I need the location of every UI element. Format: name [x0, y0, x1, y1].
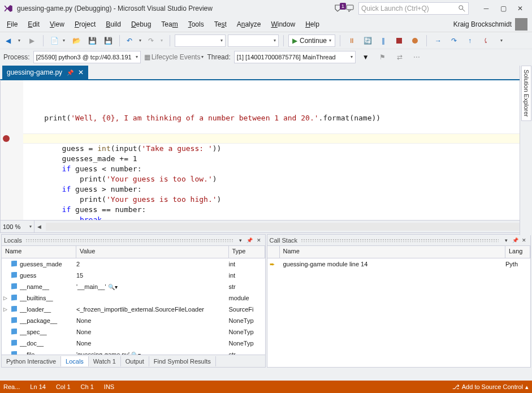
locals-col-name[interactable]: Name: [2, 246, 76, 258]
table-row[interactable]: guesses_made2int: [2, 258, 265, 270]
thread-combo[interactable]: [1] [140017000875776] MainThread▾: [234, 51, 356, 63]
code-area[interactable]: print('Well, {0}, I am thinking of a num…: [23, 80, 531, 220]
minimize-button[interactable]: ─: [478, 2, 495, 15]
feedback-icon[interactable]: [346, 4, 355, 13]
stop-button[interactable]: [392, 34, 406, 47]
break-all-button[interactable]: ⏸: [345, 34, 358, 47]
table-row[interactable]: __file__'guessing-game.py' 🔍▾str: [2, 349, 265, 355]
table-row[interactable]: __doc__NoneNoneTyp: [2, 338, 265, 349]
close-tab-icon[interactable]: ✕: [78, 68, 84, 76]
locals-col-value[interactable]: Value: [76, 246, 229, 258]
menu-team[interactable]: Team: [157, 19, 182, 30]
lifecycle-events-button[interactable]: ▦ Lifecycle Events ▾: [144, 53, 204, 61]
save-button[interactable]: 💾: [85, 34, 99, 47]
callstack-grid-body[interactable]: ➨guessing-game module line 14Pyth: [267, 258, 531, 367]
notifications-flag-icon[interactable]: 1: [334, 4, 343, 13]
locals-grid-body[interactable]: guesses_made2intguess15int__name__'__mai…: [2, 258, 265, 355]
restart-button[interactable]: [408, 34, 422, 47]
process-label: Process:: [3, 53, 30, 61]
code-editor[interactable]: print('Well, {0}, I am thinking of a num…: [0, 79, 532, 221]
signed-in-user[interactable]: Kraig Brockschmidt: [453, 20, 512, 28]
step-over-button[interactable]: ↷: [447, 34, 461, 47]
editor-gutter[interactable]: [1, 80, 23, 220]
breakpoint-icon[interactable]: [3, 135, 10, 142]
tab-output[interactable]: Output: [121, 356, 149, 366]
quick-launch-input[interactable]: Quick Launch (Ctrl+Q): [358, 2, 469, 15]
maximize-button[interactable]: ▢: [495, 2, 512, 15]
window-title: guessing-game.py (Debugging) - Microsoft…: [17, 5, 213, 12]
tab-find-symbol[interactable]: Find Symbol Results: [149, 356, 216, 366]
step-out-button[interactable]: ↑: [463, 34, 477, 47]
locals-panel: Locals ▾ 📌 ✕ Name Value Type guesses_mad…: [1, 234, 266, 368]
refresh-button[interactable]: 🔄: [361, 34, 374, 47]
horizontal-scrollbar[interactable]: [46, 223, 520, 231]
panel-pin-icon[interactable]: 📌: [246, 236, 254, 244]
menu-analyze[interactable]: Analyze: [232, 19, 266, 30]
platform-combo[interactable]: ▾: [228, 34, 279, 47]
table-row[interactable]: guess15int: [2, 270, 265, 281]
panel-pin-icon[interactable]: 📌: [511, 236, 519, 244]
menu-tools[interactable]: Tools: [184, 19, 209, 30]
menu-test[interactable]: Test: [210, 19, 231, 30]
tab-locals[interactable]: Locals: [61, 356, 89, 366]
tab-python-interactive[interactable]: Python Interactive: [2, 356, 61, 366]
locals-col-type[interactable]: Type: [229, 246, 265, 258]
thread-flag-button[interactable]: ⚑: [376, 50, 390, 64]
source-control-icon: ⎇: [452, 383, 460, 391]
process-combo[interactable]: [25590] python3 @ tcp://40.83.191▾: [33, 51, 141, 63]
document-tab[interactable]: guessing-game.py 📌 ✕: [2, 66, 88, 79]
pin-icon[interactable]: 📌: [67, 70, 73, 76]
panel-dropdown-icon[interactable]: ▾: [237, 236, 245, 244]
table-row[interactable]: ➨guessing-game module line 14Pyth: [267, 258, 531, 270]
table-row[interactable]: __name__'__main__' 🔍▾str: [2, 281, 265, 292]
callstack-col-name[interactable]: Name: [280, 246, 506, 258]
chevron-up-icon: ▴: [525, 383, 529, 391]
config-combo[interactable]: ▾: [175, 34, 226, 47]
table-row[interactable]: __package__NoneNoneTyp: [2, 315, 265, 326]
debug-location-toolbar: Process: [25590] python3 @ tcp://40.83.1…: [0, 49, 532, 64]
run-to-cursor-button[interactable]: ⤹: [479, 34, 492, 47]
callstack-col-lang[interactable]: Lang: [505, 246, 530, 258]
continue-button[interactable]: ▶ Continue ▾: [288, 34, 335, 47]
zoom-level-combo[interactable]: 100 %▾: [1, 221, 34, 232]
menu-file[interactable]: File: [2, 19, 22, 30]
add-source-control-button[interactable]: ⎇ Add to Source Control ▴: [452, 383, 529, 391]
hscroll-left[interactable]: ◀: [34, 222, 44, 231]
menu-debug[interactable]: Debug: [127, 19, 155, 30]
status-ins: INS: [104, 383, 114, 390]
new-project-button[interactable]: 📄▾: [48, 34, 67, 47]
table-row[interactable]: ▷__builtins__module: [2, 292, 265, 304]
menu-bar: File Edit View Project Build Debug Team …: [0, 17, 532, 32]
table-row[interactable]: __spec__NoneNoneTyp: [2, 326, 265, 338]
undo-button[interactable]: ↶▾: [124, 34, 144, 47]
menu-help[interactable]: Help: [301, 19, 324, 30]
menu-view[interactable]: View: [45, 19, 69, 30]
tab-watch1[interactable]: Watch 1: [89, 356, 121, 366]
save-all-button[interactable]: 💾: [101, 34, 115, 47]
panel-close-icon[interactable]: ✕: [255, 236, 263, 244]
menu-project[interactable]: Project: [70, 19, 100, 30]
thread-filter-button[interactable]: ▼: [359, 50, 373, 64]
panel-dropdown-icon[interactable]: ▾: [502, 236, 510, 244]
redo-button[interactable]: ↷▾: [146, 34, 165, 47]
callstack-title: Call Stack: [270, 237, 298, 244]
magnifier-icon[interactable]: 🔍▾: [108, 284, 118, 290]
close-button[interactable]: ✕: [512, 2, 529, 15]
open-file-button[interactable]: 📂: [70, 34, 83, 47]
menu-edit[interactable]: Edit: [23, 19, 44, 30]
menu-build[interactable]: Build: [101, 19, 126, 30]
thread-misc1-button[interactable]: ⇄: [393, 50, 406, 64]
user-avatar[interactable]: [515, 18, 527, 31]
pause-button[interactable]: ‖: [377, 34, 390, 47]
nav-back-button[interactable]: ◀▾: [3, 34, 23, 47]
locals-title: Locals: [4, 237, 22, 244]
menu-window[interactable]: Window: [266, 19, 300, 30]
bottom-tool-windows: Locals ▾ 📌 ✕ Name Value Type guesses_mad…: [0, 233, 532, 369]
panel-close-icon[interactable]: ✕: [520, 236, 528, 244]
step-into-button[interactable]: →: [431, 34, 445, 47]
table-row[interactable]: ▷__loader__<_frozen_importlib_external.S…: [2, 304, 265, 315]
toolbar-options-button[interactable]: ▾: [495, 34, 508, 47]
solution-explorer-tab[interactable]: Solution Explorer: [521, 66, 531, 121]
nav-forward-button[interactable]: ▶: [25, 34, 38, 47]
thread-misc2-button[interactable]: ⋯: [410, 50, 423, 64]
